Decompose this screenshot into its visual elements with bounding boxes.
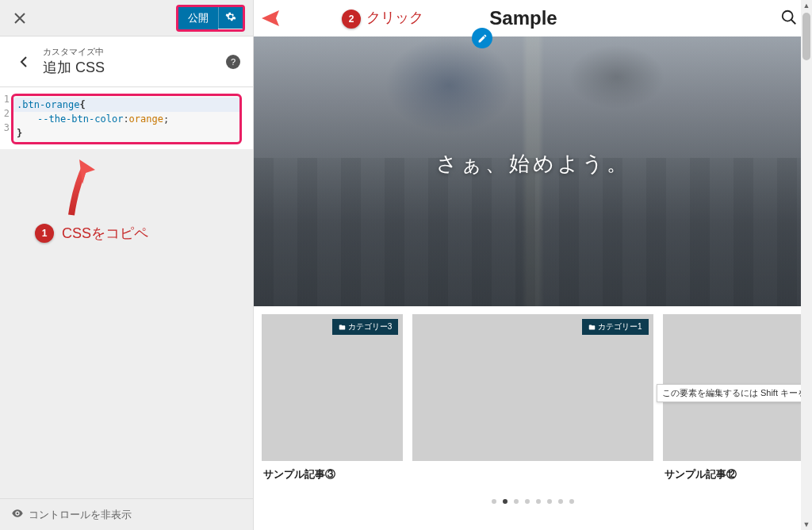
- pencil-icon: [477, 33, 488, 44]
- post-card[interactable]: カテゴリー3 サンプル記事③: [262, 314, 403, 488]
- annotation-text-1: CSSをコピペ: [62, 224, 148, 243]
- annotation-arrow-1: [56, 156, 103, 219]
- hide-controls-button[interactable]: コントロールを非表示: [0, 498, 253, 530]
- header-subtitle: カスタマイズ中: [43, 46, 226, 58]
- category-tag[interactable]: カテゴリー1: [582, 319, 649, 335]
- edit-tooltip: この要素を編集するには Shift キーを: [657, 384, 812, 402]
- back-button[interactable]: [13, 51, 35, 73]
- line-numbers: 123: [2, 94, 10, 136]
- gear-icon: [225, 11, 236, 22]
- code-line-3: }: [13, 126, 239, 140]
- eye-icon: [11, 507, 24, 522]
- carousel-dot[interactable]: [525, 499, 530, 504]
- edit-shortcut-button[interactable]: [472, 28, 492, 48]
- carousel-dot[interactable]: [547, 499, 552, 504]
- search-icon: [780, 9, 798, 26]
- help-button[interactable]: ?: [226, 55, 240, 69]
- chevron-left-icon: [19, 56, 29, 68]
- publish-group: 公開: [176, 5, 245, 32]
- annotation-badge-2: 2: [342, 10, 361, 29]
- annotation-arrow-2: [260, 9, 339, 28]
- publish-settings-button[interactable]: [218, 7, 243, 29]
- close-icon: [14, 13, 25, 24]
- card-title: サンプル記事③: [262, 461, 403, 488]
- header-title: 追加 CSS: [43, 58, 226, 77]
- carousel-dot[interactable]: [536, 499, 541, 504]
- search-button[interactable]: [780, 9, 799, 28]
- folder-icon: [588, 324, 596, 331]
- carousel-dots: [254, 496, 812, 507]
- carousel-dot[interactable]: [569, 499, 574, 504]
- scrollbar[interactable]: ▲ ▼: [801, 0, 812, 530]
- publish-button[interactable]: 公開: [178, 7, 218, 29]
- scroll-down-arrow[interactable]: ▼: [801, 519, 812, 530]
- code-line-2: --the-btn-color: orange;: [13, 112, 239, 126]
- customizer-sidebar: 公開 カスタマイズ中 追加 CSS ? 123 .btn-orange{ --t…: [0, 0, 254, 530]
- post-card[interactable]: カテゴリー1: [412, 314, 653, 488]
- annotation-text-2: クリック: [366, 8, 423, 27]
- annotation-badge-1: 1: [35, 224, 54, 243]
- carousel-dot[interactable]: [503, 499, 508, 504]
- sidebar-toolbar: 公開: [0, 0, 253, 36]
- header-text: カスタマイズ中 追加 CSS: [43, 46, 226, 77]
- svg-point-1: [783, 11, 793, 21]
- sidebar-header: カスタマイズ中 追加 CSS ?: [0, 36, 253, 87]
- carousel-dot[interactable]: [492, 499, 496, 504]
- svg-point-0: [17, 513, 19, 515]
- category-tag[interactable]: カテゴリー3: [332, 319, 399, 335]
- card-thumbnail: カテゴリー3: [262, 314, 403, 461]
- hero-text: さぁ、始めよう。: [436, 150, 630, 178]
- hero-section: さぁ、始めよう。: [254, 36, 812, 306]
- scroll-up-arrow[interactable]: ▲: [801, 0, 812, 11]
- code-line-1: .btn-orange{: [13, 98, 239, 112]
- card-thumbnail: カテゴリー1: [412, 314, 653, 461]
- scroll-thumb[interactable]: [802, 13, 810, 60]
- css-editor-area: 123 .btn-orange{ --the-btn-color: orange…: [0, 87, 253, 149]
- card-title: サンプル記事⑫: [663, 461, 804, 488]
- carousel-dot[interactable]: [558, 499, 563, 504]
- preview-pane: Sample 2 クリック さぁ、始めよう。 カテゴリー3 サンプル記事③ カテ…: [254, 0, 812, 530]
- hide-controls-label: コントロールを非表示: [29, 508, 132, 522]
- css-code-editor[interactable]: .btn-orange{ --the-btn-color: orange; }: [11, 94, 242, 144]
- folder-icon: [339, 324, 346, 331]
- close-button[interactable]: [8, 6, 32, 30]
- carousel-dot[interactable]: [514, 499, 519, 504]
